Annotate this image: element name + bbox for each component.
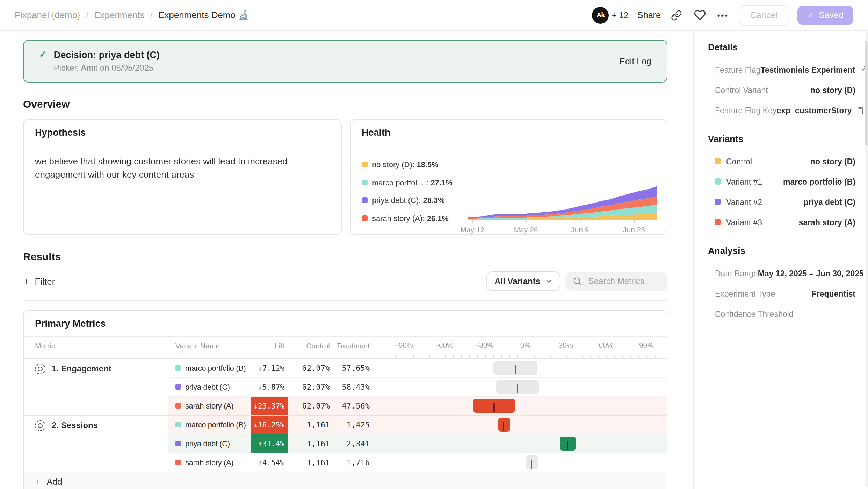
legend-swatch [362,197,367,203]
axis-tick [469,355,470,358]
saved-button[interactable]: ✓ Saved [798,5,853,25]
main-content: ✓ Decision: priya debt (C) Picker, Amit … [0,31,694,489]
metric-row[interactable]: priya debt (C)↑31.4%1,1612,341 [168,434,667,453]
avatar[interactable]: Ak [592,7,609,23]
variant-swatch [175,384,181,390]
lift-cell: ↓16.25% [251,416,288,434]
breadcrumb-item-2[interactable]: Experiments [94,10,145,20]
variant-cell: sarah story (A) [168,402,251,410]
hypothesis-title: Hypothesis [24,120,341,146]
health-legend-item: priya debt (C): 28.3% [362,196,468,204]
analysis-value: May 12, 2025 – Jun 30, 2025 [758,269,864,277]
lift-cell: ↑31.4% [251,434,288,453]
lift-value: ↓5.87% [258,383,288,391]
search-metrics-input[interactable] [587,276,660,287]
metrics-search[interactable] [565,272,667,291]
variant-value: sarah story (A) [799,218,855,226]
axis-tick-label: 90% [639,341,654,349]
treatment-value: 47.56% [330,401,370,410]
lift-value: ↓23.37% [253,402,288,410]
breadcrumb-item-1[interactable]: Fixpanel {demo} [15,10,80,20]
detail-value: exp_customerStory [776,106,852,114]
breadcrumb-separator: / [86,10,88,20]
axis-tick [550,355,550,358]
variant-cell: marco portfolio (B) [168,420,251,429]
detail-value-wrap: no story (D) [810,86,855,94]
axis-tick [638,355,639,358]
axis-tick [509,355,510,358]
sidebar-section-details: DetailsFeature FlagTestimonials Experime… [708,42,855,120]
sidebar-section-variants: VariantsControlno story (D)Variant #1mar… [708,134,855,232]
control-value: 1,161 [288,439,330,448]
detail-label: Control Variant [715,86,768,94]
ci-mean-mark [567,441,568,450]
hypothesis-body: we believe that showing customer stories… [24,146,341,191]
confidence-interval-cell [381,453,667,472]
metric-row[interactable]: sarah story (A)↓23.37%62.07%47.56% [168,396,667,415]
analysis-label: Experiment Type [715,289,775,298]
detail-value-wrap[interactable]: Testimonials Experiment [760,65,868,74]
axis-tick [389,355,389,358]
variant-slot-label: Variant #2 [726,198,762,206]
health-legend: no story (D): 18.5%marco portfoli…: 27.1… [362,153,468,235]
metric-target-icon [35,420,45,431]
x-axis-label: Jun 9 [571,225,589,234]
axis-tick [437,355,437,358]
axis-tick [413,355,413,358]
sidebar-section-title: Analysis [708,246,855,256]
variant-row: Variant #3sarah story (A) [708,212,855,232]
axis-tick [534,355,534,358]
metric-row[interactable]: marco portfolio (B)↓16.25%1,1611,425 [168,416,667,434]
scrollbar[interactable] [865,32,868,487]
health-title: Health [350,120,667,146]
more-menu-icon[interactable]: ••• [716,8,730,22]
results-heading: Results [23,250,667,262]
axis-tick [542,355,542,358]
variant-name: sarah story (A) [185,402,233,410]
legend-label: sarah story (A): 26.1% [372,214,449,222]
sidebar-section-title: Details [708,42,855,52]
scrollbar-thumb[interactable] [865,41,868,146]
legend-swatch [362,162,367,167]
avatar-group[interactable]: Ak + 12 [592,7,628,23]
axis-tick [526,353,526,358]
metric-row[interactable]: sarah story (A)↑4.54%1,1611,716 [168,453,667,472]
variant-row: Controlno story (D) [708,151,855,171]
share-button[interactable]: Share [637,10,661,20]
metric-cell[interactable]: 1. Engagement [24,359,168,415]
add-filter-button[interactable]: + Filter [23,276,55,286]
chevron-down-icon [545,278,552,285]
primary-metrics-title: Primary Metrics [24,311,667,337]
cancel-button[interactable]: Cancel [739,5,789,26]
metric-row[interactable]: priya debt (C)↓5.87%62.07%58.43% [168,377,667,396]
decision-subtitle: Picker, Amit on 08/05/2025 [54,63,160,73]
axis-tick [518,355,518,358]
plus-icon: + [35,476,41,487]
add-metric-button[interactable]: + Add [24,472,667,489]
results-divider [23,300,667,301]
confidence-interval-bar [493,361,538,375]
detail-value: Testimonials Experiment [760,65,855,74]
ci-mean-mark [493,403,494,412]
zero-gridline [525,397,526,415]
variant-name: marco portfolio (B) [185,420,246,429]
breadcrumb-separator: / [150,10,153,20]
legend-label: no story (D): 18.5% [372,160,439,169]
axis-tick [405,355,405,358]
variant-swatch [715,158,721,164]
variants-filter-dropdown[interactable]: All Variants [486,271,560,291]
confidence-interval-bar [496,380,539,394]
analysis-label: Confidence Threshold [715,310,794,318]
edit-log-button[interactable]: Edit Log [619,56,651,66]
metric-row[interactable]: marco portfolio (B)↓7.12%62.07%57.65% [168,359,667,377]
lift-cell: ↑4.54% [251,453,288,472]
legend-percentage: 26.1% [427,214,449,222]
ci-mean-mark [515,365,516,374]
copy-link-icon[interactable] [670,8,684,22]
details-sidebar: DetailsFeature FlagTestimonials Experime… [694,31,868,489]
metric-name: 1. Engagement [52,364,111,374]
clipboard-icon[interactable] [856,106,864,114]
favorite-heart-icon[interactable] [693,8,707,22]
metric-cell[interactable]: 2. Sessions [24,416,168,472]
column-treatment: Treatment [330,337,370,358]
